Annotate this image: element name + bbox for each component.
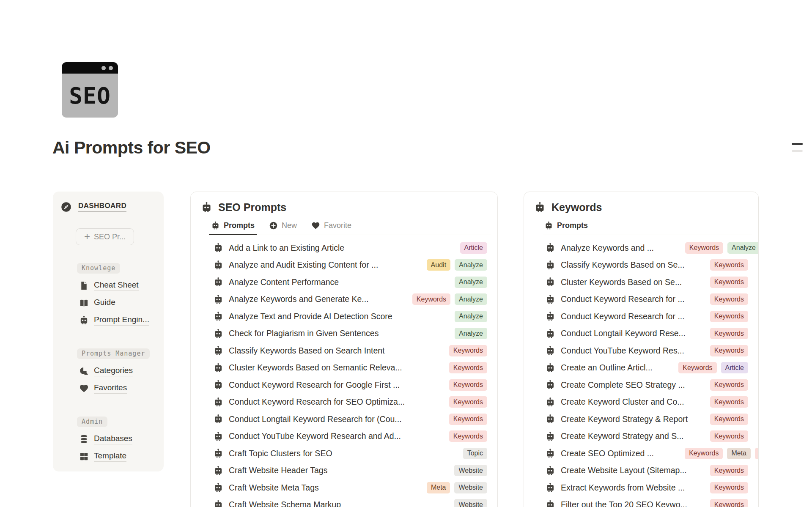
tag-group: AuditAnalyze [427, 259, 487, 271]
tag-keywords: Keywords [710, 311, 748, 322]
tab-prompts[interactable]: Prompts [210, 219, 255, 235]
minimize-dash-icon[interactable] [792, 143, 803, 152]
tag-clipped [755, 448, 759, 459]
sidebar-item-cheat-sheet[interactable]: Cheat Sheet [79, 277, 164, 294]
list-item[interactable]: Conduct Keyword Research for SEO Optimiz… [213, 394, 487, 411]
robot-icon [545, 243, 555, 253]
list-item[interactable]: Create Keyword Cluster and Co...Keywords [545, 394, 748, 411]
tag-audit: Audit [427, 259, 450, 271]
list-item[interactable]: Create Website Layout (Sitemap...Keyword… [545, 462, 748, 480]
list-item[interactable]: Conduct Keyword Research for Google Firs… [213, 376, 487, 394]
list-item-title: Create Keyword Strategy & Report [561, 414, 688, 424]
list-item[interactable]: Conduct Longtail Keyword Research for (C… [213, 411, 487, 428]
list-item[interactable]: Conduct Longtail Keyword Rese...Keywords [545, 325, 748, 343]
list-item-title: Craft Topic Clusters for SEO [229, 449, 332, 458]
tag-group: Analyze [455, 277, 487, 288]
list-item-title: Conduct YouTube Keyword Research and Ad.… [229, 431, 401, 441]
new-seo-prompt-button[interactable]: + SEO Pr... [76, 228, 134, 245]
list-item[interactable]: Craft Website Header TagsWebsite [213, 462, 487, 480]
sidebar-item-categories[interactable]: Categories [79, 362, 164, 380]
list-item[interactable]: Analyze Content PerformanceAnalyze [213, 274, 487, 291]
list-item[interactable]: Conduct YouTube Keyword Research and Ad.… [213, 428, 487, 445]
list-item-title: Conduct Longtail Keyword Research for (C… [229, 414, 402, 424]
grid-icon [79, 452, 89, 461]
sidebar-item-template[interactable]: Template [79, 448, 164, 465]
tag-group: Analyze [455, 328, 487, 339]
sidebar-item-prompt-engin[interactable]: Prompt Engin... [79, 312, 164, 329]
list-item[interactable]: Craft Website Meta TagsMetaWebsite [213, 479, 487, 496]
list-item-title: Extract Keywords from Website ... [561, 483, 685, 493]
robot-icon [213, 448, 223, 458]
section-label: Prompts Manager [77, 348, 150, 359]
tag-meta: Meta [427, 482, 450, 493]
list-item[interactable]: Check for Plagiarism in Given SentencesA… [213, 325, 487, 343]
keywords-panel: KeywordsPromptsAnalyze Keywords and ...K… [524, 192, 759, 507]
list-item[interactable]: Analyze Keywords and Generate Ke...Keywo… [213, 291, 487, 308]
sidebar-item-databases[interactable]: Databases [79, 430, 164, 448]
list-item-title: Create an Outline Articl... [561, 363, 653, 373]
sidebar-item-label: Favorites [94, 383, 127, 394]
tag-keywords: Keywords [710, 465, 748, 476]
list-item[interactable]: Extract Keywords from Website ...Keyword… [545, 479, 748, 496]
robot-icon [213, 466, 223, 476]
list-item-title: Analyze Text and Provide AI Detection Sc… [229, 312, 392, 321]
tag-group: Website [454, 499, 487, 507]
list-item-title: Analyze Keywords and Generate Ke... [229, 294, 369, 304]
tag-keywords: Keywords [449, 430, 487, 442]
tag-group: Keywords [710, 293, 748, 305]
list-item[interactable]: Create an Outline Articl...KeywordsArtic… [545, 359, 748, 377]
tag-keywords: Keywords [710, 482, 748, 493]
tab-label: New [282, 221, 297, 230]
list-item-title: Create Keyword Strategy and S... [561, 431, 683, 441]
list-item[interactable]: Create Keyword Strategy & ReportKeywords [545, 411, 748, 428]
list-item[interactable]: Cluster Keywords Based on Se...Keywords [545, 274, 748, 291]
list-item[interactable]: Create SEO Optimized ...KeywordsMeta [545, 445, 748, 462]
tag-group: Website [454, 465, 487, 476]
list-item[interactable]: Craft Website Schema MarkupWebsite [213, 496, 487, 507]
page-title: Ai Prompts for SEO [52, 138, 211, 158]
robot-icon [213, 294, 223, 304]
tab-new[interactable]: New [268, 219, 298, 235]
list-item-title: Cluster Keywords Based on Se... [561, 277, 682, 287]
robot-icon [545, 380, 555, 390]
robot-icon [213, 243, 223, 253]
tag-group: KeywordsArticle [678, 362, 748, 373]
robot-icon [213, 277, 223, 287]
list-item[interactable]: Conduct Keyword Research for ...Keywords [545, 308, 748, 325]
list-item[interactable]: Analyze Keywords and ...KeywordsAnalyze [545, 239, 748, 257]
robot-icon [545, 294, 555, 304]
list-item[interactable]: Create Complete SEO Strategy ...Keywords [545, 376, 748, 394]
list-item-title: Create Keyword Cluster and Co... [561, 397, 684, 407]
tab-favorite[interactable]: Favorite [310, 219, 352, 235]
robot-icon [545, 414, 555, 424]
tab-prompts[interactable]: Prompts [543, 219, 589, 235]
tab-label: Favorite [324, 221, 351, 230]
robot-icon [211, 221, 220, 230]
list-item[interactable]: Craft Topic Clusters for SEOTopic [213, 445, 487, 462]
tag-meta: Meta [727, 448, 751, 459]
list-item[interactable]: Analyze and Audit Existing Content for .… [213, 257, 487, 274]
tag-keywords: Keywords [710, 396, 748, 408]
sidebar-item-guide[interactable]: Guide [79, 294, 164, 312]
tag-keywords: Keywords [449, 362, 487, 373]
list-item[interactable]: Create Keyword Strategy and S...Keywords [545, 428, 748, 445]
list-item[interactable]: Conduct YouTube Keyword Res...Keywords [545, 342, 748, 359]
list-item[interactable]: Analyze Text and Provide AI Detection Sc… [213, 308, 487, 325]
list-item-title: Cluster Keywords Based on Semantic Relev… [229, 363, 402, 373]
view-tabs: Prompts [543, 219, 752, 235]
plus-circle-icon [269, 221, 278, 230]
panel-header: Keywords [534, 201, 748, 214]
list-item-title: Check for Plagiarism in Given Sentences [229, 329, 379, 338]
list-item[interactable]: Classify Keywords Based on Search Intent… [213, 342, 487, 359]
prompt-list: Add a Link to an Existing ArticleArticle… [191, 239, 497, 507]
sidebar-item-favorites[interactable]: Favorites [79, 380, 164, 397]
sidebar-item-label: Categories [94, 366, 133, 376]
sidebar-section-prompts-manager: Prompts ManagerCategoriesFavorites [53, 348, 164, 397]
tag-group: Keywords [710, 465, 748, 476]
dashboard-header[interactable]: DASHBOARD [60, 201, 164, 213]
list-item[interactable]: Classify Keywords Based on Se...Keywords [545, 257, 748, 274]
list-item[interactable]: Filter out the Top 20 SEO Keywo...Keywor… [545, 496, 748, 507]
list-item[interactable]: Add a Link to an Existing ArticleArticle [213, 239, 487, 257]
list-item[interactable]: Conduct Keyword Research for ...Keywords [545, 291, 748, 308]
list-item[interactable]: Cluster Keywords Based on Semantic Relev… [213, 359, 487, 377]
